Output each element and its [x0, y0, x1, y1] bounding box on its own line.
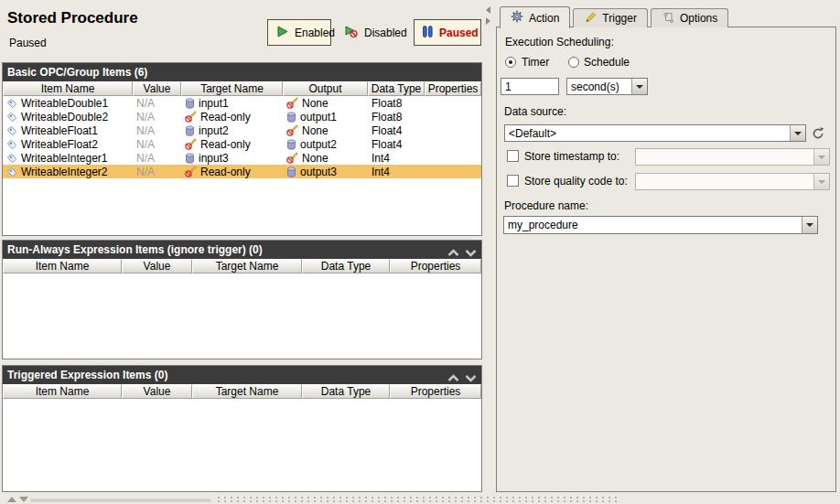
tab-options-label: Options: [680, 12, 717, 25]
column-header-value[interactable]: Value: [133, 81, 181, 96]
dropdown-arrow-icon[interactable]: [813, 174, 829, 189]
tab-trigger[interactable]: Trigger: [573, 8, 648, 27]
schedule-radio[interactable]: [568, 57, 579, 68]
store-quality-checkbox[interactable]: [507, 175, 519, 187]
data-type-cell-text: Int4: [372, 152, 390, 165]
column-header-value[interactable]: Value: [122, 384, 192, 399]
no-write-icon: [185, 166, 197, 177]
play-icon: [275, 25, 289, 41]
no-write-icon: [185, 111, 197, 123]
run-always-header: Run-Always Expression Items (ignore trig…: [3, 241, 481, 259]
properties-cell: [425, 96, 481, 110]
chevron-down-icon[interactable]: [465, 370, 477, 388]
column-header-target-name[interactable]: Target Name: [192, 384, 302, 399]
item-name-cell-text: WriteableFloat1: [21, 124, 98, 137]
dropdown-arrow-icon[interactable]: [802, 217, 817, 233]
column-header-value[interactable]: Value: [122, 259, 192, 273]
paused-button[interactable]: Paused: [414, 19, 481, 46]
disabled-button-label: Disabled: [364, 27, 407, 39]
collapse-down-arrow[interactable]: [19, 497, 28, 502]
data-type-cell: Float4: [368, 137, 425, 151]
database-icon: [286, 112, 296, 123]
item-name-cell-text: WriteableInteger1: [21, 152, 108, 165]
tab-options[interactable]: Options: [651, 8, 728, 27]
value-cell-text: N/A: [136, 97, 155, 110]
table-row[interactable]: WriteableInteger1N/Ainput3NoneInt4: [3, 151, 481, 165]
value-cell: N/A: [133, 151, 181, 165]
tab-bar: Action Trigger Options: [500, 5, 728, 27]
procedure-name-label: Procedure name:: [504, 199, 588, 212]
column-header-data-type[interactable]: Data Type: [302, 384, 390, 399]
execution-scheduling-label: Execution Scheduling:: [505, 36, 614, 48]
column-header-data-type[interactable]: Data Type: [368, 81, 425, 96]
tab-action[interactable]: Action: [500, 6, 570, 28]
column-header-output[interactable]: Output: [283, 81, 368, 96]
column-header-item-name[interactable]: Item Name: [3, 384, 122, 399]
column-header-item-name[interactable]: Item Name: [3, 81, 133, 96]
disabled-button[interactable]: Disabled: [337, 19, 415, 46]
dropdown-arrow-icon[interactable]: [790, 125, 805, 141]
value-cell-text: N/A: [136, 124, 155, 137]
splitter-grip[interactable]: [218, 497, 617, 499]
target-name-cell: input1: [181, 96, 283, 110]
refresh-icon[interactable]: [811, 126, 825, 141]
timer-radio[interactable]: [505, 57, 516, 68]
output-cell: None: [283, 151, 368, 165]
splitter-grip[interactable]: [218, 500, 617, 502]
store-quality-dropdown[interactable]: [635, 173, 830, 190]
basic-items-column-headers: Item NameValueTarget NameOutputData Type…: [3, 81, 481, 96]
database-icon: [286, 166, 296, 177]
data-source-label: Data source:: [504, 105, 566, 118]
value-cell: N/A: [133, 123, 181, 137]
timer-radio-label: Timer: [522, 56, 549, 69]
item-name-cell-text: WriteableDouble1: [21, 97, 108, 110]
target-name-cell: Read-only: [181, 165, 283, 178]
properties-cell: [425, 165, 481, 178]
tab-action-label: Action: [529, 12, 559, 25]
store-timestamp-dropdown[interactable]: [635, 148, 830, 166]
table-row[interactable]: WriteableDouble1N/Ainput1NoneFloat8: [3, 96, 481, 110]
chevron-up-icon[interactable]: [447, 244, 459, 263]
value-cell-text: N/A: [136, 166, 155, 178]
table-row[interactable]: WriteableFloat2N/ARead-onlyoutput2Float4: [3, 137, 481, 151]
properties-cell: [425, 110, 481, 123]
item-name-cell: WriteableDouble1: [3, 96, 133, 110]
store-timestamp-label: Store timestamp to:: [524, 150, 619, 163]
run-always-title: Run-Always Expression Items (ignore trig…: [7, 243, 263, 256]
chevron-down-icon[interactable]: [465, 244, 477, 263]
schedule-radio-label: Schedule: [584, 56, 630, 69]
dropdown-arrow-icon[interactable]: [813, 149, 829, 165]
enabled-button[interactable]: Enabled: [267, 19, 331, 46]
splitter-collapse-right-arrow[interactable]: [486, 17, 490, 25]
dropdown-arrow-icon[interactable]: [631, 79, 647, 94]
output-cell-text: None: [302, 97, 328, 110]
item-name-cell: WriteableFloat1: [3, 123, 133, 137]
data-type-cell-text: Float4: [372, 124, 402, 137]
page-title: Stored Procedure: [7, 9, 138, 27]
interval-input[interactable]: [501, 78, 559, 95]
interval-unit-dropdown[interactable]: second(s): [566, 78, 648, 95]
column-header-data-type[interactable]: Data Type: [302, 259, 390, 273]
item-name-cell-text: WriteableDouble2: [21, 111, 108, 123]
column-header-target-name[interactable]: Target Name: [181, 81, 283, 96]
data-type-cell-text: Float4: [372, 138, 402, 151]
store-timestamp-checkbox[interactable]: [507, 150, 519, 162]
basic-items-header: Basic OPC/Group Items (6): [3, 63, 481, 81]
column-header-properties[interactable]: Properties: [425, 81, 481, 96]
column-header-item-name[interactable]: Item Name: [3, 259, 122, 273]
table-row[interactable]: WriteableDouble2N/ARead-onlyoutput1Float…: [3, 110, 481, 123]
target-name-cell: Read-only: [181, 137, 283, 151]
column-header-target-name[interactable]: Target Name: [192, 259, 302, 273]
collapse-up-arrow[interactable]: [7, 497, 16, 502]
database-icon: [286, 139, 296, 150]
script-icon: [662, 11, 674, 27]
table-row[interactable]: WriteableInteger2N/ARead-onlyoutput3Int4: [3, 165, 481, 178]
data-source-dropdown[interactable]: <Default>: [504, 124, 806, 142]
horizontal-scrollbar-thumb[interactable]: [30, 499, 211, 502]
splitter-collapse-left-arrow[interactable]: [486, 6, 490, 14]
table-row[interactable]: WriteableFloat1N/Ainput2NoneFloat4: [3, 123, 481, 137]
value-cell: N/A: [133, 137, 181, 151]
procedure-name-dropdown[interactable]: my_procedure: [503, 216, 818, 234]
tab-trigger-label: Trigger: [602, 12, 637, 25]
chevron-up-icon[interactable]: [447, 370, 459, 388]
